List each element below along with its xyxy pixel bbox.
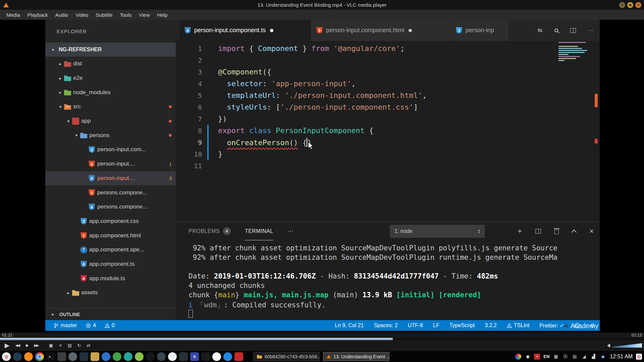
code-editor[interactable]: 1import { Component } from '@angular/cor… — [176, 41, 600, 222]
menu-media[interactable]: Media — [3, 10, 24, 20]
panel-more-icon[interactable]: ··· — [287, 228, 293, 235]
menu-help[interactable]: Help — [154, 10, 171, 20]
app-white-icon[interactable] — [168, 352, 177, 361]
indentation[interactable]: Spaces: 2 — [374, 322, 398, 328]
tree-item-person-input[interactable]: 5person-input....1 — [45, 157, 176, 171]
volume-icon[interactable]: ◢ — [581, 354, 587, 360]
menu-playback[interactable]: Playback — [24, 10, 52, 20]
file-manager-icon[interactable] — [91, 352, 99, 361]
tree-root-ng-refresher[interactable]: ▾ NG-REFRESHER — [45, 43, 176, 57]
terminal-icon[interactable]: >_ — [46, 352, 55, 361]
loop-button[interactable]: ↻ — [75, 342, 83, 350]
clipboard-icon[interactable]: ▤ — [572, 354, 578, 360]
more-actions-icon[interactable]: ··· — [588, 27, 594, 34]
minimap[interactable] — [556, 41, 594, 111]
app-swirl-icon[interactable]: @ — [2, 352, 11, 361]
app-navy-icon[interactable] — [79, 352, 88, 361]
shield-icon[interactable]: ◆ — [600, 354, 606, 360]
split-terminal-button[interactable] — [535, 229, 541, 234]
terminal-output[interactable]: 92% after chunk asset optimization Sourc… — [176, 240, 600, 320]
menu-subtitle[interactable]: Subtitle — [92, 10, 116, 20]
open-changes-icon[interactable]: ⇆ — [538, 27, 542, 34]
maximize-panel-button[interactable] — [572, 229, 577, 235]
tab-terminal[interactable]: TERMINAL — [245, 222, 273, 240]
app-darkblue-icon[interactable] — [13, 352, 22, 361]
outline-section[interactable]: ▸ OUTLINE — [45, 308, 176, 320]
notification-icon[interactable]: ◉ — [525, 354, 531, 360]
tree-item-person-input-com[interactable]: 3person-input.com... — [45, 142, 176, 157]
menu-tools[interactable]: Tools — [116, 10, 135, 20]
encoding[interactable]: UTF-8 — [408, 322, 423, 328]
tree-item-app-component-ts[interactable]: Aapp.component.ts — [45, 257, 176, 272]
new-terminal-button[interactable]: + — [518, 227, 522, 236]
code-line-3[interactable]: 3@Component({ — [176, 66, 600, 78]
tree-item-person-input[interactable]: Aperson-input....3 — [45, 171, 176, 186]
vlc-window-button[interactable]: 13. Understanding Event ... — [323, 352, 389, 361]
previous-button[interactable]: ◀◀ — [13, 342, 21, 350]
app-light-icon[interactable] — [212, 352, 221, 361]
network-icon[interactable]: ▟ — [590, 354, 596, 360]
keyboard-icon[interactable]: ▦ — [553, 354, 559, 360]
app-lime-icon[interactable] — [135, 352, 144, 361]
cursor-position[interactable]: Ln 9, Col 21 — [335, 322, 364, 328]
error-count[interactable]: 4 — [86, 322, 96, 328]
code-line-9[interactable]: 9 onCreatePerson() {} — [176, 136, 600, 148]
code-line-8[interactable]: 8export class PersonInputComponent { — [176, 125, 600, 136]
firefox-icon[interactable] — [24, 352, 33, 361]
app-indigo-icon[interactable]: X — [190, 352, 199, 361]
seek-bar[interactable] — [0, 338, 644, 340]
app-red-icon[interactable] — [234, 352, 243, 361]
tree-item-assets[interactable]: ▸assets — [45, 286, 176, 300]
close-button[interactable]: ✕ — [635, 2, 641, 8]
split-editor-icon[interactable] — [570, 28, 576, 33]
language-indicator[interactable]: EN — [543, 354, 549, 359]
video-area[interactable]: EXPLORER ▾ NG-REFRESHER ▸dist▸e2e▸node_m… — [0, 20, 644, 333]
app-charcoal-icon[interactable] — [179, 352, 188, 361]
code-line-2[interactable]: 2 — [176, 54, 600, 66]
code-line-1[interactable]: 1import { Component } from '@angular/cor… — [176, 43, 600, 54]
kill-terminal-button[interactable] — [554, 230, 559, 234]
tree-item-app-component-css[interactable]: 3app.component.css — [45, 214, 176, 229]
fullscreen-button[interactable]: ▣ — [47, 342, 55, 350]
tree-item-persons-compone[interactable]: 5persons.compone... — [45, 185, 176, 200]
app-gray-icon[interactable] — [57, 352, 66, 361]
git-branch[interactable]: master — [54, 322, 77, 328]
app-green-icon[interactable] — [113, 352, 121, 361]
close-panel-button[interactable]: × — [589, 227, 594, 236]
chrome-icon[interactable] — [35, 352, 44, 361]
overview-ruler[interactable] — [594, 41, 600, 222]
tree-item-app-module-ts[interactable]: Aapp.module.ts — [45, 271, 176, 286]
volume-slider[interactable] — [612, 343, 642, 348]
language-mode[interactable]: TypeScript — [449, 322, 475, 328]
playlist-button[interactable]: ▤ — [66, 342, 74, 350]
code-line-11[interactable]: 11 — [176, 160, 600, 172]
menu-view[interactable]: View — [135, 10, 153, 20]
app-blue-icon[interactable] — [102, 352, 110, 361]
session-icon[interactable]: ◍ — [636, 354, 642, 360]
warning-count[interactable]: 0 — [105, 322, 115, 328]
code-line-10[interactable]: 10} — [176, 148, 600, 160]
tree-item-app-component-spe[interactable]: Tapp.component.spe... — [45, 243, 176, 257]
app-black-icon[interactable] — [146, 352, 155, 361]
tree-item-dist[interactable]: ▸dist — [45, 57, 176, 71]
recorder-icon[interactable]: ▪ — [534, 354, 540, 360]
code-line-4[interactable]: 4 selector: 'app-person-input', — [176, 78, 600, 89]
code-line-6[interactable]: 6 styleUrls: ['./person-input.component.… — [176, 101, 600, 113]
tab-person-inp[interactable]: 3person-inp — [451, 20, 509, 41]
play-button[interactable]: ▶ — [2, 342, 12, 350]
terminal-picker-dropdown[interactable]: 1: node ▲▼ — [390, 225, 485, 238]
app-steel-icon[interactable] — [157, 352, 166, 361]
input-method-icon[interactable]: Ⓐ — [562, 354, 568, 360]
tree-item-e2e[interactable]: ▸e2e — [45, 71, 176, 85]
extended-settings-button[interactable]: ≡ — [56, 342, 64, 350]
eol[interactable]: LF — [433, 322, 439, 328]
color-wheel-icon[interactable] — [515, 354, 521, 360]
code-line-5[interactable]: 5 templateUrl: './person-input.component… — [176, 89, 600, 101]
tree-item-src[interactable]: ▾</>src — [45, 100, 176, 114]
prettier-status[interactable]: Prettier: ✓ — [539, 322, 564, 329]
stop-button[interactable]: ■ — [23, 342, 31, 350]
tree-item-app[interactable]: ▾app — [45, 114, 176, 128]
volume-control[interactable] — [607, 343, 642, 348]
find-icon[interactable] — [554, 28, 558, 32]
tslint-status[interactable]: TSLint — [507, 322, 529, 328]
